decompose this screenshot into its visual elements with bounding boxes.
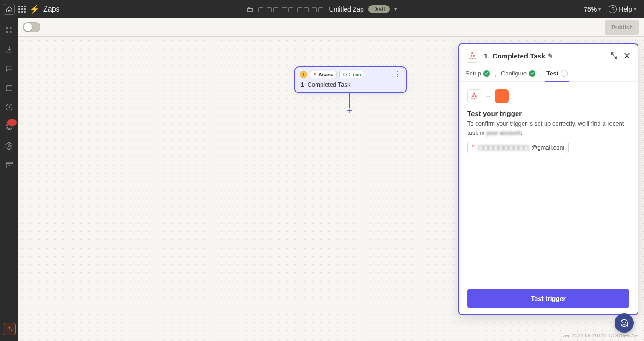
svg-point-7 (8, 145, 11, 147)
svg-point-12 (625, 322, 626, 323)
close-icon[interactable] (623, 52, 631, 60)
panel-title: Completed Task (493, 52, 546, 60)
step-tab-test[interactable]: Test (546, 70, 568, 81)
zapier-bolt-icon: ⚡ (29, 4, 40, 14)
status-chip: Draft (368, 5, 390, 13)
rail-versions-icon[interactable]: 1 (5, 122, 14, 131)
test-heading: Test your trigger (467, 110, 629, 117)
test-description: To confirm your trigger is set up correc… (467, 119, 629, 137)
panel-title-prefix: 1. (484, 52, 490, 60)
radio-unchecked-icon (561, 70, 568, 77)
test-trigger-button[interactable]: Test trigger (467, 289, 629, 308)
polling-chip: 2 min (339, 71, 364, 78)
rail-comments-icon[interactable] (5, 64, 14, 73)
publish-button[interactable]: Publish (605, 20, 639, 35)
help-icon: ? (609, 5, 617, 13)
svg-point-0 (6, 27, 8, 29)
rail-apps-icon[interactable] (5, 25, 14, 35)
trigger-node[interactable]: ! ⠛ Asana 2 min ⋮ 1. Completed Task (294, 66, 407, 93)
rail-history-icon[interactable] (5, 103, 14, 112)
svg-point-1 (11, 27, 12, 29)
zap-menu-chevron-icon[interactable]: ▾ (394, 6, 397, 12)
app-chip: ⠛ Asana (310, 71, 337, 78)
svg-rect-8 (6, 163, 12, 168)
account-email-obscured: ▢▢▢▢▢▢▢▢▢▢ (478, 144, 529, 151)
rail-archive-icon[interactable] (5, 161, 14, 170)
expand-icon[interactable] (610, 52, 618, 60)
section-title: Zaps (43, 5, 60, 13)
help-menu[interactable]: ? Help ▾ (609, 5, 637, 13)
rail-badge: 1 (7, 119, 17, 126)
step-number: 1. (301, 81, 306, 88)
apps-grid-icon[interactable] (18, 6, 26, 13)
step-tab-setup[interactable]: Setup (466, 70, 490, 81)
asana-icon: ⠛ (313, 72, 316, 77)
check-icon (529, 70, 535, 77)
zap-enabled-toggle[interactable] (23, 22, 40, 32)
step-tab-configure[interactable]: Configure (501, 70, 535, 81)
svg-point-3 (11, 31, 12, 33)
svg-point-2 (6, 31, 8, 33)
step-label: Setup (466, 70, 481, 77)
to-app-icon (495, 89, 509, 103)
rail-ai-button[interactable] (3, 323, 16, 335)
support-fab[interactable] (615, 313, 634, 333)
step-label: Test (546, 70, 558, 77)
zap-name[interactable]: Untitled Zap (329, 6, 363, 13)
edit-title-icon[interactable]: ✎ (548, 52, 553, 59)
rail-calendar-icon[interactable] (5, 83, 14, 92)
chevron-right-icon: › (540, 73, 542, 79)
rail-import-icon[interactable] (5, 45, 14, 54)
folder-icon: 🗀 (247, 6, 253, 13)
polling-value: 2 min (349, 72, 361, 77)
from-app-icon: asana (467, 89, 481, 103)
warning-icon: ! (300, 71, 307, 78)
node-menu-icon[interactable]: ⋮ (394, 73, 401, 76)
arrow-right-icon: → (485, 92, 491, 100)
step-panel: asana 1. Completed Task ✎ Setup (458, 43, 638, 315)
add-step-button[interactable]: + (345, 107, 354, 115)
breadcrumb-obscured: ▢ ▢▢ ▢▢ ▢▢ ▢▢ (258, 6, 325, 13)
chevron-down-icon: ▾ (634, 6, 637, 12)
account-email-suffix: @gmail.com (531, 144, 564, 151)
check-icon (483, 70, 490, 77)
panel-app-icon: asana (466, 49, 479, 63)
rail-settings-icon[interactable] (5, 141, 14, 150)
editor-canvas[interactable]: ! ⠛ Asana 2 min ⋮ 1. Completed Task (18, 37, 644, 341)
home-button[interactable] (4, 4, 15, 15)
svg-point-11 (622, 322, 623, 323)
help-label: Help (619, 6, 632, 13)
zoom-value: 75% (584, 6, 597, 13)
account-chip: ⠛ ▢▢▢▢▢▢▢▢▢▢@gmail.com (467, 142, 569, 153)
app-name: Asana (318, 72, 334, 77)
asana-icon: ⠛ (472, 144, 475, 150)
chevron-down-icon: ▾ (598, 6, 601, 12)
step-label: Configure (501, 70, 527, 77)
chevron-right-icon: › (494, 73, 496, 79)
zoom-control[interactable]: 75% ▾ (584, 6, 601, 13)
version-label: ver. 2024-09-20T22:13-970eac1e (563, 333, 638, 338)
step-title: Completed Task (307, 81, 350, 88)
svg-rect-4 (6, 86, 12, 91)
